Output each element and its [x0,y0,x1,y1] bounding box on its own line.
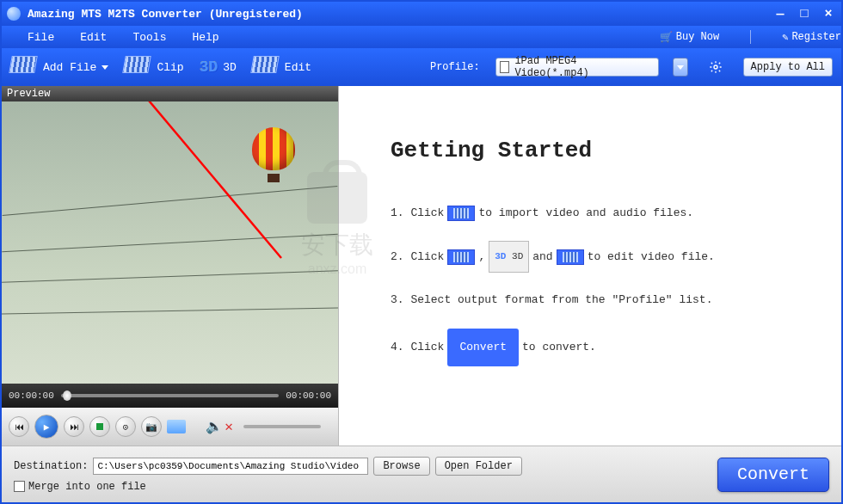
destination-label: Destination: [14,460,88,472]
menubar: File Edit Tools Help 🛒 Buy Now ✎ Registe… [2,26,841,48]
stop-button[interactable] [89,416,110,437]
apply-to-all-button[interactable]: Apply to All [743,58,833,77]
film-icon [10,56,38,78]
register-link[interactable]: ✎ Register [782,31,841,44]
open-folder-button[interactable]: Open Folder [435,457,522,476]
step-3: 3. Select output format from the "Profil… [391,285,815,316]
mini-clip-icon [447,249,475,265]
convert-button[interactable]: Convert [717,458,829,492]
titlebar: Amazing MTS M2TS Converter (Unregistered… [2,2,841,26]
timeline: 00:00:00 00:00:00 [2,384,338,408]
balloon-graphic [252,127,295,182]
merge-checkbox[interactable] [14,481,25,492]
mini-edit-icon [557,249,584,265]
folder-button[interactable] [167,420,186,433]
next-button[interactable]: ⏭ [64,416,84,437]
3d-icon: 3D [200,58,218,76]
clip-icon [124,56,151,78]
video-area[interactable] [2,101,338,384]
pencil-icon: ✎ [782,31,788,44]
clip-button[interactable]: Clip [124,56,183,78]
bottom-bar: Destination: Browse Open Folder Merge in… [2,446,841,502]
menu-help[interactable]: Help [192,31,218,44]
add-file-button[interactable]: Add File [10,56,108,78]
guide-heading: Getting Started [391,138,815,163]
mini-convert-button: Convert [447,329,519,366]
profile-label: Profile: [430,61,480,73]
buy-now-link[interactable]: 🛒 Buy Now [660,31,719,44]
preview-label: Preview [2,86,338,101]
destination-input[interactable] [93,458,368,475]
maximize-button[interactable]: □ [797,7,812,21]
settings-icon[interactable] [709,60,723,74]
window-title: Amazing MTS M2TS Converter (Unregistered… [28,8,303,21]
step-2: 2. Click , 3D 3D and to edit video file. [391,241,815,273]
step-button[interactable]: ⊙ [115,416,136,437]
mini-addfile-icon [447,206,475,221]
snapshot-button[interactable]: 📷 [141,416,162,437]
cart-icon: 🛒 [660,31,673,44]
mute-button[interactable]: 🔈✕ [206,418,233,435]
preview-panel: Preview 00:00:00 00:00:00 ⏮ ▶ ⏭ ⊙ � [2,86,339,446]
prev-button[interactable]: ⏮ [9,416,29,437]
profile-select[interactable]: iPad MPEG4 Video(*.mp4) [495,58,659,77]
3d-button[interactable]: 3D 3D [200,58,237,76]
merge-label: Merge into one file [28,481,146,493]
device-icon [500,61,510,73]
menu-file[interactable]: File [28,31,54,44]
svg-point-0 [714,65,717,69]
divider [750,30,751,44]
time-current: 00:00:00 [9,390,54,401]
menu-tools[interactable]: Tools [132,31,166,44]
guide-panel: Getting Started 1. Click to import video… [339,86,841,446]
step-1: 1. Click to import video and audio files… [391,198,815,229]
chevron-down-icon [102,65,108,70]
app-window: Amazing MTS M2TS Converter (Unregistered… [0,0,843,504]
step-4: 4. Click Convert to convert. [391,329,815,366]
volume-slider[interactable] [243,425,321,428]
chevron-down-icon [677,65,684,70]
close-button[interactable]: × [821,7,836,21]
toolbar: Add File Clip 3D 3D Edit Profile: iPad M… [2,48,841,86]
play-button[interactable]: ▶ [34,415,58,439]
profile-dropdown-button[interactable] [673,58,688,77]
main-area: Preview 00:00:00 00:00:00 ⏮ ▶ ⏭ ⊙ � [2,86,841,446]
edit-button[interactable]: Edit [252,56,311,78]
edit-icon [252,56,280,78]
app-logo-icon [7,7,21,21]
mini-3d-icon: 3D 3D [489,241,529,273]
minimize-button[interactable]: — [772,7,788,21]
menu-edit[interactable]: Edit [80,31,107,44]
browse-button[interactable]: Browse [373,457,429,476]
seek-slider[interactable] [61,394,279,397]
time-total: 00:00:00 [286,390,331,401]
player-controls: ⏮ ▶ ⏭ ⊙ 📷 🔈✕ [2,408,338,446]
